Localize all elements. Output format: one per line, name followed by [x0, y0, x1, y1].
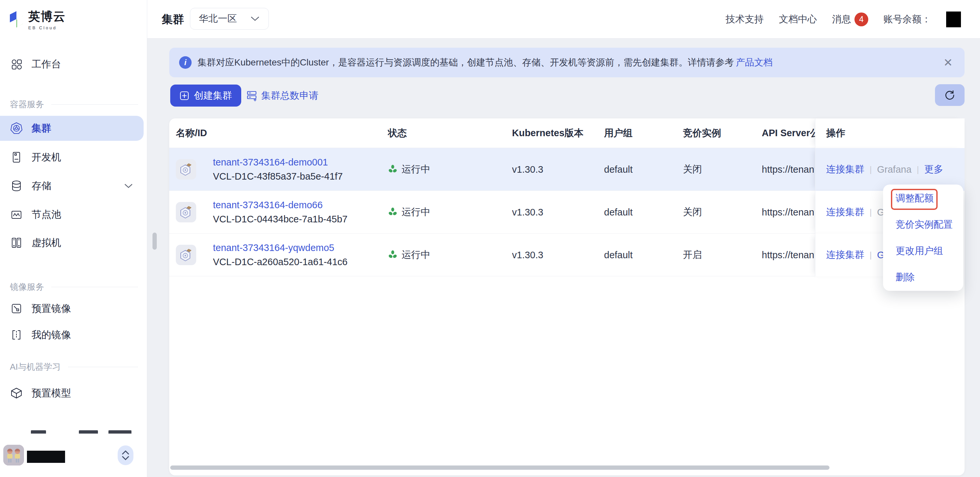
banner-text: 集群对应Kubernetes中的Cluster，是容器运行与资源调度的基础，创建… — [197, 56, 734, 69]
chevron-down-icon — [250, 16, 260, 22]
status-running: 运行中 — [388, 206, 430, 219]
running-fan-icon — [388, 207, 398, 217]
chevron-down-icon[interactable] — [124, 183, 134, 189]
cluster-name-link[interactable]: tenant-37343164-yqwdemo5 — [213, 242, 334, 253]
col-name: 名称/ID — [176, 118, 380, 148]
section-divider — [51, 104, 138, 105]
quota-request-label: 集群总数申请 — [261, 89, 318, 102]
sidebar-item-nodepool[interactable]: 节点池 — [0, 202, 147, 227]
status-running: 运行中 — [388, 163, 430, 176]
table-header-row: 名称/ID 状态 Kubernetes版本 用户组 竞价实例 API Serve… — [169, 118, 964, 148]
sidebar-item-my-images[interactable]: 我的镜像 — [0, 322, 147, 348]
node-pool-icon — [10, 208, 23, 221]
user-group: default — [604, 164, 633, 175]
sidebar-item-label: 预置镜像 — [32, 302, 71, 316]
sidebar-item-storage[interactable]: 存储 — [0, 173, 147, 198]
cluster-id: VCL-D1C-43f85a37-ba5e-41f7 — [213, 171, 343, 182]
menu-item-change-group[interactable]: 更改用户组 — [883, 238, 963, 264]
sidebar-item-workbench[interactable]: 工作台 — [0, 52, 147, 77]
cluster-table: 名称/ID 状态 Kubernetes版本 用户组 竞价实例 API Serve… — [169, 118, 964, 475]
kubernetes-icon — [10, 122, 23, 135]
storage-icon — [10, 179, 23, 193]
sidebar-item-label: 存储 — [32, 179, 51, 193]
refresh-icon — [943, 89, 956, 101]
cluster-id: VCL-D1C-a260a520-1a61-41c6 — [213, 257, 347, 268]
api-server-url: https://tenant — [762, 164, 815, 175]
more-link[interactable]: 更多 — [924, 163, 943, 176]
preset-image-icon — [10, 302, 23, 315]
connect-cluster-link[interactable]: 连接集群 — [826, 248, 864, 262]
sidebar-item-cluster[interactable]: 集群 — [0, 116, 144, 141]
menu-item-spot-config[interactable]: 竞价实例配置 — [883, 212, 963, 238]
brand-name: 英博云 — [28, 8, 66, 25]
sidebar-section-containers: 容器服务 — [10, 99, 138, 110]
avatar[interactable] — [3, 445, 24, 466]
sidebar-item-vm[interactable]: 虚拟机 — [0, 230, 147, 255]
dev-machine-icon — [10, 151, 23, 164]
banner-close-icon[interactable]: ✕ — [943, 57, 953, 68]
messages-link[interactable]: 消息 4 — [832, 13, 868, 26]
cluster-name-link[interactable]: tenant-37343164-demo66 — [213, 200, 323, 211]
topbar: 集群 华北一区 技术支持 文档中心 消息 4 账号余额： — [147, 0, 980, 38]
cluster-name-link[interactable]: tenant-37343164-demo001 — [213, 157, 328, 168]
balance-label: 账号余额： — [883, 13, 931, 26]
more-actions-menu: 调整配额 竞价实例配置 更改用户组 删除 — [883, 185, 963, 291]
brand-logo-icon — [9, 11, 24, 28]
connect-cluster-link[interactable]: 连接集群 — [826, 206, 864, 219]
connect-cluster-link[interactable]: 连接集群 — [826, 163, 864, 176]
section-label: 镜像服务 — [10, 281, 44, 293]
spot-instance: 开启 — [683, 248, 702, 262]
section-label: AI与机器学习 — [10, 361, 61, 373]
col-status: 状态 — [388, 118, 506, 148]
refresh-button[interactable] — [935, 84, 964, 106]
account-switcher-button[interactable] — [118, 445, 134, 465]
brand-subtitle: EB Cloud — [28, 26, 66, 30]
plus-square-icon — [180, 91, 189, 101]
balance-redacted — [946, 11, 961, 27]
preset-model-icon — [10, 386, 23, 400]
col-api: API Server公网 — [762, 118, 815, 148]
cluster-icon — [176, 202, 196, 222]
messages-label: 消息 — [832, 13, 851, 26]
sidebar-scrollbar-thumb[interactable] — [153, 233, 157, 250]
docs-link[interactable]: 文档中心 — [779, 13, 817, 26]
cluster-id: VCL-D1C-04434bce-7a1b-45b7 — [213, 214, 347, 225]
k8s-version: v1.30.3 — [512, 164, 543, 175]
cluster-icon — [176, 245, 196, 265]
spot-instance: 关闭 — [683, 163, 702, 176]
create-cluster-button[interactable]: 创建集群 — [170, 85, 241, 107]
menu-item-adjust-quota[interactable]: 调整配额 — [883, 185, 963, 212]
action-divider: | — [870, 164, 872, 175]
sidebar-section-ai: AI与机器学习 — [10, 361, 138, 373]
horizontal-scrollbar-thumb[interactable] — [170, 466, 829, 470]
table-row[interactable]: tenant-37343164-demo001 VCL-D1C-43f85a37… — [169, 148, 964, 191]
col-group: 用户组 — [604, 118, 676, 148]
sidebar: 英博云 EB Cloud 工作台 容器服务 集群 — [0, 0, 147, 477]
sidebar-item-devmachine[interactable]: 开发机 — [0, 145, 147, 170]
username-redacted — [27, 451, 65, 463]
my-image-icon — [10, 328, 23, 341]
sidebar-item-clipped[interactable] — [10, 426, 135, 434]
running-fan-icon — [388, 164, 398, 174]
sidebar-item-preset-models[interactable]: 预置模型 — [0, 381, 147, 405]
sidebar-section-images: 镜像服务 — [10, 281, 138, 293]
region-selector[interactable]: 华北一区 — [190, 8, 269, 30]
col-version: Kubernetes版本 — [512, 118, 601, 148]
create-cluster-label: 创建集群 — [194, 89, 232, 102]
brand-logo: 英博云 EB Cloud — [9, 8, 66, 30]
info-banner: i 集群对应Kubernetes中的Cluster，是容器运行与资源调度的基础，… — [169, 48, 964, 77]
product-docs-link[interactable]: 产品文档 — [736, 56, 773, 69]
cluster-quota-request-button[interactable]: 集群总数申请 — [246, 85, 318, 107]
workbench-icon — [10, 57, 23, 71]
sidebar-item-label: 虚拟机 — [32, 236, 61, 250]
menu-item-delete[interactable]: 删除 — [883, 264, 963, 290]
info-icon: i — [179, 56, 192, 69]
server-plus-icon — [246, 90, 257, 101]
cluster-icon — [176, 159, 196, 180]
sidebar-item-preset-images[interactable]: 预置镜像 — [0, 296, 147, 321]
table-row[interactable]: tenant-37343164-demo66 VCL-D1C-04434bce-… — [169, 191, 964, 234]
api-server-url: https://tenant — [762, 207, 815, 218]
page-title: 集群 — [162, 12, 184, 27]
support-link[interactable]: 技术支持 — [725, 13, 764, 26]
table-row[interactable]: tenant-37343164-yqwdemo5 VCL-D1C-a260a52… — [169, 234, 964, 276]
